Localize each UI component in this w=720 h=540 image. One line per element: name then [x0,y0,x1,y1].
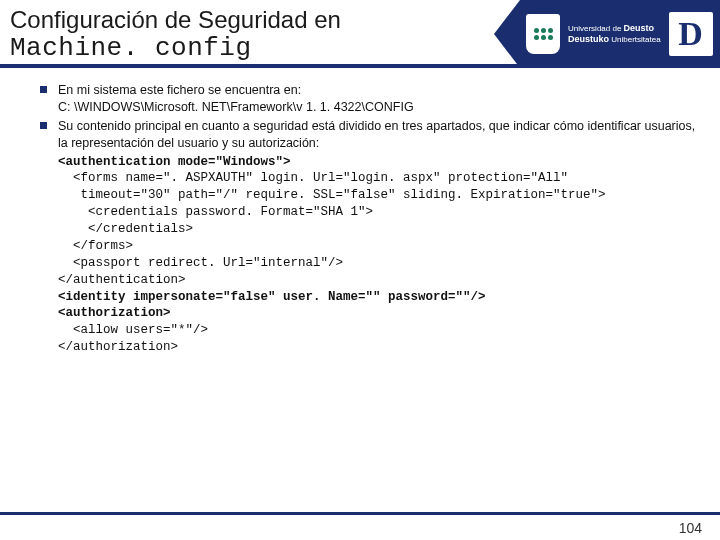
code-l9: <identity impersonate="false" user. Name… [58,290,486,304]
code-l2: <forms name=". ASPXAUTH" login. Url="log… [58,171,568,185]
code-l3: timeout="30" path="/" require. SSL="fals… [58,188,606,202]
bullet-1: En mi sistema este fichero se encuentra … [40,82,700,116]
bullet-1-line-b: C: \WINDOWS\Microsoft. NET\Framework\v 1… [58,100,414,114]
bullet-2-text: Su contenido principal en cuanto a segur… [58,119,695,150]
slide-footer: 104 [0,512,720,540]
code-block: <authentication mode="Windows"> <forms n… [40,154,700,357]
slide-content: En mi sistema este fichero se encuentra … [0,68,720,356]
title-line-1: Configuración de Seguridad en [10,6,710,34]
bullet-2: Su contenido principal en cuanto a segur… [40,118,700,152]
code-l6: </forms> [58,239,133,253]
bullet-1-line-a: En mi sistema este fichero se encuentra … [58,83,301,97]
code-l8: </authentication> [58,273,186,287]
page-number: 104 [679,520,702,536]
code-l11: <allow users="*"/> [58,323,208,337]
code-l7: <passport redirect. Url="internal"/> [58,256,343,270]
code-l12: </authorization> [58,340,178,354]
code-l4: <credentials password. Format="SHA 1"> [58,205,373,219]
slide-header: Configuración de Seguridad en Machine. c… [0,0,720,68]
code-l10: <authorization> [58,306,171,320]
code-l5: </credentials> [58,222,193,236]
title-line-2: Machine. config [10,34,710,64]
slide-title: Configuración de Seguridad en Machine. c… [0,0,720,63]
code-l1: <authentication mode="Windows"> [58,155,291,169]
